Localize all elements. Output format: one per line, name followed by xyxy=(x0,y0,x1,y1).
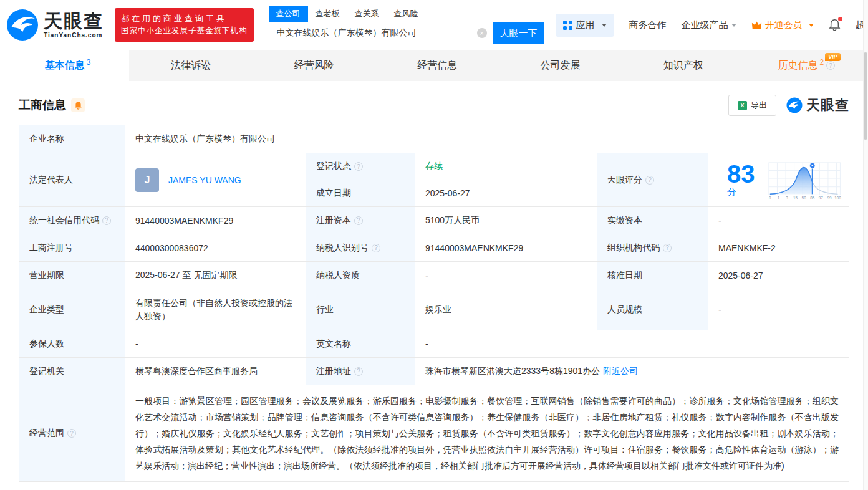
search-tab-company[interactable]: 查公司 xyxy=(269,6,308,22)
export-button[interactable]: X 导出 xyxy=(728,95,776,116)
field-label: 法定代表人 xyxy=(19,153,125,206)
nearby-companies-link[interactable]: 附近公司 xyxy=(603,366,638,377)
taxpayer-id-value: 91440003MAENKMKF29 xyxy=(415,234,597,261)
scrollbar-track[interactable] xyxy=(863,0,868,490)
apps-grid-icon xyxy=(563,21,572,30)
tab-label: 基本信息 xyxy=(45,59,85,72)
tab-label: 历史信息 xyxy=(778,59,817,72)
score-axis-labels: 0 1 3 15 50 85 97 99 100 xyxy=(769,196,841,200)
table-row: 法定代表人 J JAMES YU WANG 登记状态? 存续 成立日期 2025… xyxy=(19,153,849,206)
tianyancha-logo[interactable]: 天眼查 TianYanCha.com xyxy=(6,9,104,41)
field-label: 组织机构代码? xyxy=(597,234,708,261)
slogan-banner: 都在用的商业查询工具 国家中小企业发展子基金旗下机构 xyxy=(115,8,254,42)
est-date-value: 2025-06-27 xyxy=(415,180,597,206)
apps-label: 应用 xyxy=(576,19,595,31)
field-label: 登记状态? xyxy=(306,153,415,180)
subscribe-bell-button[interactable] xyxy=(71,98,85,112)
chevron-down-icon xyxy=(731,24,736,27)
membership-label: 开通会员 xyxy=(765,19,803,31)
help-icon[interactable]: ? xyxy=(826,61,835,70)
field-label: 统一社会信用代码? xyxy=(19,207,125,234)
help-icon[interactable]: ? xyxy=(354,367,363,376)
tab-operation-info[interactable]: 经营信息 xyxy=(375,50,498,81)
help-icon[interactable]: ? xyxy=(372,244,380,252)
tab-label: 法律诉讼 xyxy=(171,59,211,72)
nav-enterprise-products[interactable]: 企业级产品 xyxy=(682,19,736,31)
table-row: 经营范围? 一般项目：游览景区管理；园区管理服务；会议及展览服务；游乐园服务；电… xyxy=(19,385,849,481)
tab-count: 3 xyxy=(87,58,91,67)
org-code-value: MAENKMKF-2 xyxy=(708,234,849,261)
main-content: 工商信息 X 导出 天眼查 企业名称 中文在线娱乐（ xyxy=(0,95,868,482)
svg-text:15: 15 xyxy=(793,196,798,200)
help-icon[interactable]: ? xyxy=(67,429,76,438)
help-icon[interactable]: ? xyxy=(354,216,363,225)
field-label: 纳税人资质 xyxy=(306,262,415,289)
help-icon[interactable]: ? xyxy=(663,244,672,252)
slogan-line2: 国家中小企业发展子基金旗下机构 xyxy=(121,25,248,37)
search-tab-boss[interactable]: 查老板 xyxy=(308,6,347,22)
field-label: 登记机关 xyxy=(19,358,125,385)
search-tab-risk[interactable]: 查风险 xyxy=(387,6,426,22)
paid-capital-value: - xyxy=(708,207,849,234)
table-row: 工商注册号 440003000836072 纳税人识别号? 91440003MA… xyxy=(19,234,849,261)
tab-intellectual-property[interactable]: 知识产权 xyxy=(622,50,745,81)
score-cell[interactable]: 83分 xyxy=(708,153,849,206)
table-row: 营业期限 2025-06-27 至 无固定期限 纳税人资质 - 核准日期 202… xyxy=(19,261,849,289)
field-label: 企业名称 xyxy=(19,125,125,153)
approval-date-value: 2025-06-27 xyxy=(708,262,849,289)
scrollbar-thumb[interactable] xyxy=(864,52,867,140)
logo-title: 天眼查 xyxy=(44,12,104,31)
field-label: 经营范围? xyxy=(19,385,125,481)
table-subrow: 成立日期 2025-06-27 xyxy=(306,180,597,206)
legal-rep-link[interactable]: JAMES YU WANG xyxy=(168,175,241,185)
search-tab-relation[interactable]: 查关系 xyxy=(347,6,387,22)
slogan-line1: 都在用的商业查询工具 xyxy=(121,12,248,25)
tab-basic-info[interactable]: 基本信息 3 xyxy=(6,50,129,81)
reg-capital-value: 5100万人民币 xyxy=(415,207,597,234)
bell-icon xyxy=(74,101,82,110)
reg-number-value: 440003000836072 xyxy=(125,234,306,261)
table-row: 企业类型 有限责任公司（非自然人投资或控股的法人独资） 行业 娱乐业 人员规模 … xyxy=(19,289,849,330)
svg-text:100: 100 xyxy=(834,196,841,200)
nav-open-membership[interactable]: 开通会员 xyxy=(751,19,814,31)
svg-text:1: 1 xyxy=(777,196,779,200)
excel-icon: X xyxy=(738,101,747,110)
tab-history-info[interactable]: VIP 历史信息 2 ? xyxy=(745,50,868,81)
nav-business-cooperation[interactable]: 商务合作 xyxy=(629,19,667,31)
search-button[interactable]: 天眼一下 xyxy=(493,22,544,44)
clear-icon[interactable]: × xyxy=(477,28,487,38)
field-label: 纳税人识别号? xyxy=(306,234,415,261)
company-name-value: 中文在线娱乐（广东横琴）有限公司 xyxy=(125,125,849,153)
tianyancha-logo-icon xyxy=(6,9,39,41)
help-icon[interactable]: ? xyxy=(645,176,654,185)
enterprise-label: 企业级产品 xyxy=(682,19,728,31)
tianyancha-logo-icon xyxy=(786,97,803,113)
score-distribution-chart: 0 1 3 15 50 85 97 99 100 xyxy=(766,160,842,201)
taxpayer-quality-value: - xyxy=(415,262,597,289)
vip-badge: VIP xyxy=(825,53,841,61)
chevron-down-icon xyxy=(809,24,814,27)
chevron-down-icon xyxy=(602,24,607,27)
help-icon[interactable]: ? xyxy=(102,216,111,225)
staff-size-value: - xyxy=(708,289,849,330)
tab-operation-risk[interactable]: 经营风险 xyxy=(253,50,375,81)
apps-menu[interactable]: 应用 xyxy=(556,14,614,37)
table-subrow: 登记状态? 存续 xyxy=(306,153,597,180)
field-label: 注册资本? xyxy=(306,207,415,234)
tab-legal-proceedings[interactable]: 法律诉讼 xyxy=(129,50,252,81)
table-row: 统一社会信用代码? 91440003MAENKMKF29 注册资本? 5100万… xyxy=(19,206,849,234)
notification-bell[interactable] xyxy=(829,19,841,31)
tab-count: 2 xyxy=(819,58,824,67)
top-nav: 应用 商务合作 企业级产品 开通会员 超级... xyxy=(556,14,868,37)
avatar[interactable]: J xyxy=(135,168,159,192)
svg-text:85: 85 xyxy=(810,196,815,200)
search-input[interactable] xyxy=(269,22,477,44)
field-label: 天眼评分? xyxy=(597,153,708,206)
search-tabs: 查公司 查老板 查关系 查风险 xyxy=(269,6,544,22)
business-info-table: 企业名称 中文在线娱乐（广东横琴）有限公司 法定代表人 J JAMES YU W… xyxy=(19,125,849,482)
field-label: 营业期限 xyxy=(19,262,125,289)
business-scope-value: 一般项目：游览景区管理；园区管理服务；会议及展览服务；游乐园服务；电影摄制服务；… xyxy=(125,385,849,481)
company-tabbar: 基本信息 3 法律诉讼 经营风险 经营信息 公司发展 知识产权 VIP 历史信息… xyxy=(6,50,868,81)
tab-company-development[interactable]: 公司发展 xyxy=(499,50,622,81)
help-icon[interactable]: ? xyxy=(354,162,363,171)
